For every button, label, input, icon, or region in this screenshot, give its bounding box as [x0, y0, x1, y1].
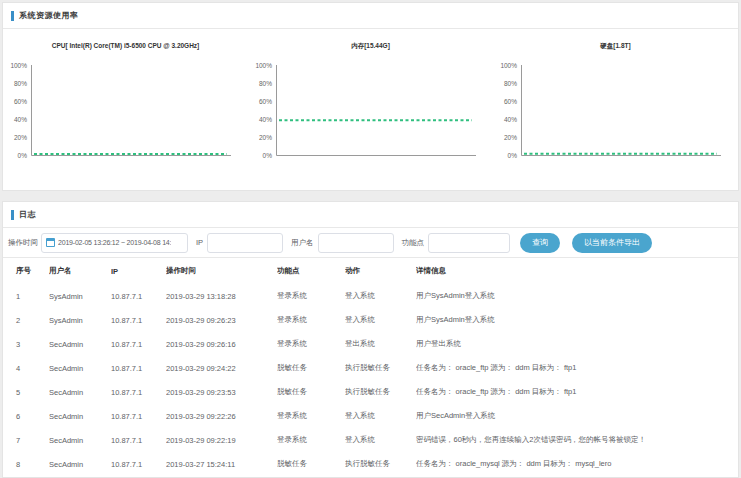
y-axis-tick-label: 60%	[504, 98, 517, 105]
table-cell: 10.87.7.1	[111, 452, 166, 476]
y-axis-tick-label: 40%	[504, 116, 517, 123]
resource-section-title: 系统资源使用率	[19, 10, 79, 21]
section-accent-bar	[11, 210, 14, 220]
table-row: 4SecAdmin10.87.7.12019-03-29 09:24:22脱敏任…	[3, 356, 738, 380]
cpu-usage-plot: 100%80%60%40%20%0%	[3, 56, 248, 164]
table-cell: 2019-03-29 09:26:23	[166, 308, 277, 332]
y-axis-tick-label: 60%	[259, 98, 272, 105]
table-cell: 登录系统	[277, 332, 345, 356]
ip-input[interactable]	[207, 233, 283, 253]
table-cell: 1	[3, 284, 49, 308]
cpu-usage-chart: CPU[ Intel(R) Core(TM) i5-6500 CPU @ 3.2…	[3, 39, 248, 164]
column-header: IP	[111, 258, 166, 284]
resource-section-header: 系统资源使用率	[3, 3, 738, 29]
disk-usage-plot: 100%80%60%40%20%0%	[493, 56, 738, 164]
table-cell: 用户SysAdmin登入系统	[416, 308, 738, 332]
table-row: 3SecAdmin10.87.7.12019-03-29 09:26:16登录系…	[3, 332, 738, 356]
table-cell: 5	[3, 380, 49, 404]
table-cell: 执行脱敏任务	[345, 452, 416, 476]
username-input[interactable]	[318, 233, 394, 253]
feature-input[interactable]	[428, 233, 510, 253]
y-axis-tick-label: 100%	[500, 62, 517, 69]
table-cell: 2019-03-29 09:24:22	[166, 356, 277, 380]
table-cell: 登入系统	[345, 404, 416, 428]
table-cell: 10.87.7.1	[111, 356, 166, 380]
table-cell: 3	[3, 332, 49, 356]
memory-usage-chart: 内存[15.44G]100%80%60%40%20%0%	[248, 39, 493, 164]
log-section-header: 日志	[3, 202, 738, 228]
table-cell: 10.87.7.1	[111, 404, 166, 428]
table-row: 6SecAdmin10.87.7.12019-03-29 09:22:26登录系…	[3, 404, 738, 428]
table-header-row: 序号用户名IP操作时间功能点动作详情信息	[3, 258, 738, 284]
y-axis-tick-label: 80%	[504, 80, 517, 87]
table-cell: 登录系统	[277, 428, 345, 452]
table-cell: SecAdmin	[49, 332, 111, 356]
time-range-input[interactable]: 2019-02-05 13:26:12 ~ 2019-04-08 14:	[41, 233, 188, 253]
dashboard-page: 系统资源使用率 CPU[ Intel(R) Core(TM) i5-6500 C…	[0, 0, 741, 478]
chart-title: 内存[15.44G]	[248, 39, 493, 53]
table-cell: 2019-03-29 09:23:53	[166, 380, 277, 404]
table-row: 5SecAdmin10.87.7.12019-03-29 09:23:53脱敏任…	[3, 380, 738, 404]
chart-title: 硬盘[1.8T]	[493, 39, 738, 53]
table-cell: 10.87.7.1	[111, 308, 166, 332]
resource-charts-row: CPU[ Intel(R) Core(TM) i5-6500 CPU @ 3.2…	[3, 29, 738, 164]
y-axis-tick-label: 40%	[14, 116, 27, 123]
table-cell: SysAdmin	[49, 308, 111, 332]
table-row: 8SecAdmin10.87.7.12019-03-27 15:24:11脱敏任…	[3, 452, 738, 476]
time-range-value: 2019-02-05 13:26:12 ~ 2019-04-08 14:	[58, 239, 171, 246]
log-panel: 日志 操作时间 2019-02-05 13:26:12 ~ 2019-04-08…	[2, 201, 739, 478]
table-cell: 任务名为： oracle_mysql 源为： ddm 目标为： mysql_le…	[416, 452, 738, 476]
ip-label: IP	[196, 238, 203, 247]
y-axis-tick-label: 0%	[18, 152, 28, 159]
y-axis-tick-label: 20%	[504, 134, 517, 141]
table-cell: 登出系统	[345, 332, 416, 356]
table-row: 7SecAdmin10.87.7.12019-03-29 09:22:19登录系…	[3, 428, 738, 452]
table-cell: 2019-03-29 09:22:26	[166, 404, 277, 428]
feature-label: 功能点	[402, 238, 425, 248]
table-cell: 10.87.7.1	[111, 428, 166, 452]
table-cell: 执行脱敏任务	[345, 356, 416, 380]
table-cell: 登录系统	[277, 308, 345, 332]
time-range-label: 操作时间	[8, 238, 38, 248]
y-axis-tick-label: 0%	[508, 152, 518, 159]
table-cell: 用户SecAdmin登入系统	[416, 404, 738, 428]
export-by-condition-button[interactable]: 以当前条件导出	[572, 233, 652, 253]
y-axis-tick-label: 100%	[255, 62, 272, 69]
table-cell: 6	[3, 404, 49, 428]
table-cell: 2	[3, 308, 49, 332]
disk-usage-chart: 硬盘[1.8T]100%80%60%40%20%0%	[493, 39, 738, 164]
chart-title: CPU[ Intel(R) Core(TM) i5-6500 CPU @ 3.2…	[3, 39, 248, 53]
username-label: 用户名	[291, 238, 314, 248]
calendar-icon	[46, 238, 55, 247]
table-cell: 登入系统	[345, 428, 416, 452]
table-cell: 任务名为： oracle_ftp 源为： ddm 目标为： ftp1	[416, 380, 738, 404]
table-cell: 2019-03-29 09:22:19	[166, 428, 277, 452]
table-cell: 脱敏任务	[277, 380, 345, 404]
table-cell: SecAdmin	[49, 380, 111, 404]
column-header: 动作	[345, 258, 416, 284]
log-filter-row: 操作时间 2019-02-05 13:26:12 ~ 2019-04-08 14…	[3, 228, 738, 258]
table-cell: 7	[3, 428, 49, 452]
y-axis-tick-label: 0%	[263, 152, 273, 159]
table-cell: SecAdmin	[49, 428, 111, 452]
y-axis-tick-label: 100%	[10, 62, 27, 69]
table-cell: 2019-03-29 09:26:16	[166, 332, 277, 356]
section-accent-bar	[11, 11, 14, 21]
table-cell: 执行脱敏任务	[345, 380, 416, 404]
y-axis-tick-label: 20%	[14, 134, 27, 141]
table-cell: 登录系统	[277, 404, 345, 428]
table-cell: SecAdmin	[49, 356, 111, 380]
table-row: 2SysAdmin10.87.7.12019-03-29 09:26:23登录系…	[3, 308, 738, 332]
table-cell: 10.87.7.1	[111, 332, 166, 356]
memory-usage-plot: 100%80%60%40%20%0%	[248, 56, 493, 164]
table-cell: 10.87.7.1	[111, 284, 166, 308]
query-button[interactable]: 查询	[520, 233, 560, 253]
table-cell: SecAdmin	[49, 404, 111, 428]
table-cell: 登入系统	[345, 284, 416, 308]
table-cell: 登入系统	[345, 308, 416, 332]
table-cell: 用户登出系统	[416, 332, 738, 356]
log-section-title: 日志	[19, 209, 36, 220]
table-row: 1SysAdmin10.87.7.12019-03-29 13:18:28登录系…	[3, 284, 738, 308]
log-table: 序号用户名IP操作时间功能点动作详情信息 1SysAdmin10.87.7.12…	[3, 258, 738, 476]
table-cell: 4	[3, 356, 49, 380]
